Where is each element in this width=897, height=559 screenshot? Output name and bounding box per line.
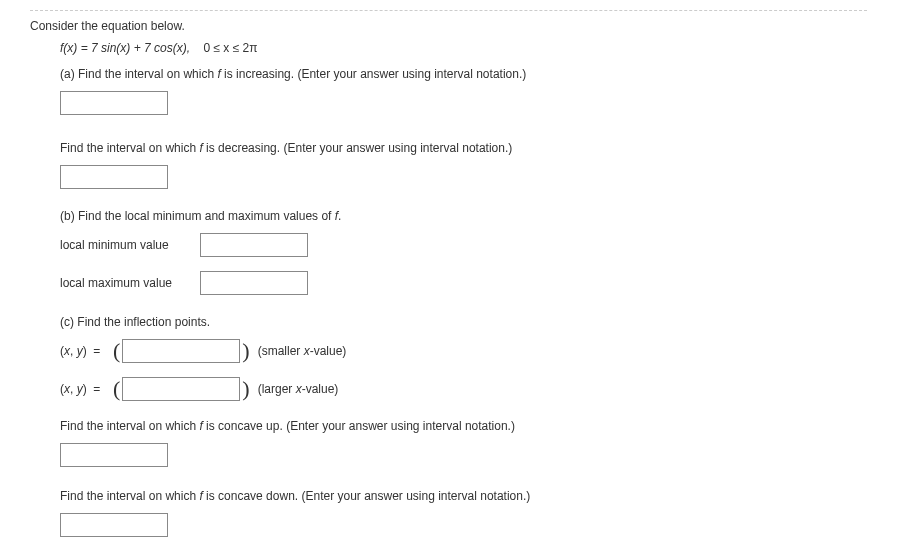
part-b-period: .	[338, 209, 341, 223]
close-paren-1: )	[242, 340, 249, 362]
equation-lhs: f(x) = 7 sin(x) + 7 cos(x),	[60, 41, 190, 55]
part-b-text: (b) Find the local minimum and maximum v…	[60, 209, 335, 223]
local-min-input[interactable]	[200, 233, 308, 257]
concave-up-prompt: Find the interval on which f is concave …	[60, 419, 867, 433]
divider	[30, 10, 867, 11]
xy-label-1: (x, y) =	[60, 344, 107, 358]
increasing-interval-input[interactable]	[60, 91, 168, 115]
equation: f(x) = 7 sin(x) + 7 cos(x), 0 ≤ x ≤ 2π	[60, 41, 867, 55]
smaller-x-hint: (smaller x-value)	[258, 344, 347, 358]
part-a-increasing-prompt: (a) Find the interval on which f is incr…	[60, 67, 867, 81]
concave-up-text1: Find the interval on which	[60, 419, 199, 433]
close-paren-2: )	[242, 378, 249, 400]
part-b: (b) Find the local minimum and maximum v…	[60, 209, 867, 295]
intro-text: Consider the equation below.	[30, 19, 867, 33]
part-c: (c) Find the inflection points. (x, y) =…	[60, 315, 867, 537]
concave-up-input[interactable]	[60, 443, 168, 467]
part-a-decreasing-prompt: Find the interval on which f is decreasi…	[60, 141, 867, 155]
concave-down-prompt: Find the interval on which f is concave …	[60, 489, 867, 503]
part-c-prompt: (c) Find the inflection points.	[60, 315, 867, 329]
larger-x-hint: (larger x-value)	[258, 382, 339, 396]
concave-dn-text1: Find the interval on which	[60, 489, 199, 503]
concave-up-text2: is concave up. (Enter your answer using …	[203, 419, 515, 433]
part-a-dec2: is decreasing. (Enter your answer using …	[203, 141, 513, 155]
inflection-point-1-input[interactable]	[122, 339, 240, 363]
concave-down-input[interactable]	[60, 513, 168, 537]
part-a-text1: (a) Find the interval on which	[60, 67, 217, 81]
decreasing-interval-input[interactable]	[60, 165, 168, 189]
part-b-prompt: (b) Find the local minimum and maximum v…	[60, 209, 867, 223]
xy-label-2: (x, y) =	[60, 382, 107, 396]
part-a-text2: is increasing. (Enter your answer using …	[221, 67, 526, 81]
local-min-label: local minimum value	[60, 238, 200, 252]
local-max-label: local maximum value	[60, 276, 200, 290]
local-max-input[interactable]	[200, 271, 308, 295]
concave-dn-text2: is concave down. (Enter your answer usin…	[203, 489, 531, 503]
equation-domain: 0 ≤ x ≤ 2π	[203, 41, 257, 55]
part-a: (a) Find the interval on which f is incr…	[60, 67, 867, 189]
open-paren-1: (	[113, 340, 120, 362]
part-a-dec1: Find the interval on which	[60, 141, 199, 155]
inflection-point-2-input[interactable]	[122, 377, 240, 401]
open-paren-2: (	[113, 378, 120, 400]
